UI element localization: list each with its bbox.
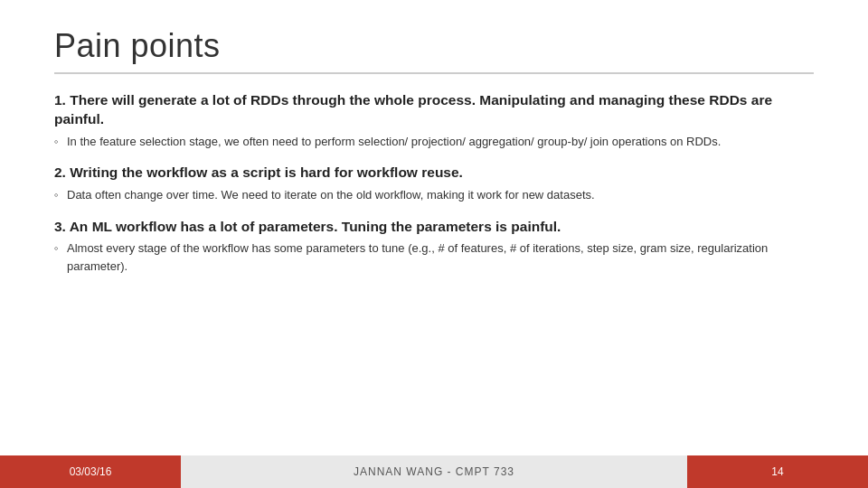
title-divider: [54, 72, 814, 74]
section-3-heading: 3. An ML workflow has a lot of parameter…: [54, 217, 814, 237]
footer-left: 03/03/16: [0, 455, 181, 488]
slide-title: Pain points: [54, 27, 814, 65]
footer: 03/03/16 JANNAN WANG - CMPT 733 14: [0, 455, 868, 488]
section-1-bullet: In the feature selection stage, we often…: [54, 133, 814, 151]
section-2-bullet: Data often change over time. We need to …: [54, 186, 814, 204]
footer-center: JANNAN WANG - CMPT 733: [181, 455, 687, 488]
section-2: 2. Writing the workflow as a script is h…: [54, 163, 814, 203]
main-content: Pain points 1. There will generate a lot…: [0, 0, 868, 455]
footer-date: 03/03/16: [70, 465, 112, 478]
slide-container: Pain points 1. There will generate a lot…: [0, 0, 868, 488]
section-3: 3. An ML workflow has a lot of parameter…: [54, 217, 814, 276]
footer-right: 14: [687, 455, 868, 488]
section-3-bullet: Almost every stage of the workflow has s…: [54, 239, 814, 275]
section-1-heading: 1. There will generate a lot of RDDs thr…: [54, 90, 814, 129]
section-1: 1. There will generate a lot of RDDs thr…: [54, 90, 814, 151]
footer-page-number: 14: [771, 465, 783, 478]
section-2-heading: 2. Writing the workflow as a script is h…: [54, 163, 814, 183]
footer-author: JANNAN WANG - CMPT 733: [354, 465, 514, 478]
